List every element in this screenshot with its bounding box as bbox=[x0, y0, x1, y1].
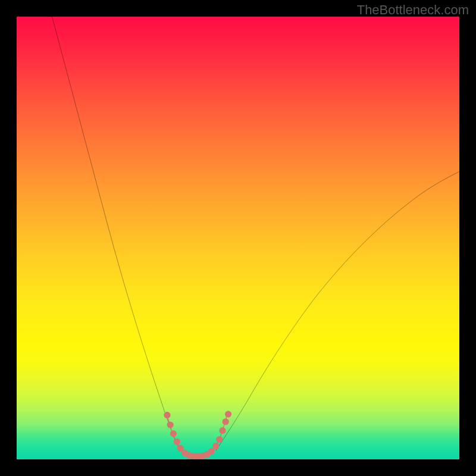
curve-trough-highlight bbox=[167, 415, 227, 456]
chart-svg bbox=[17, 17, 459, 459]
svg-point-2 bbox=[170, 430, 177, 437]
svg-point-15 bbox=[223, 418, 229, 425]
svg-point-13 bbox=[216, 436, 223, 443]
curve-right-branch bbox=[216, 171, 459, 450]
svg-point-1 bbox=[167, 421, 174, 428]
watermark-text: TheBottleneck.com bbox=[357, 2, 469, 18]
svg-point-14 bbox=[219, 427, 226, 434]
chart-container bbox=[17, 17, 459, 459]
svg-point-3 bbox=[174, 439, 180, 445]
svg-point-16 bbox=[225, 411, 231, 418]
svg-point-12 bbox=[212, 443, 219, 449]
svg-point-11 bbox=[208, 448, 215, 455]
svg-point-0 bbox=[164, 412, 170, 418]
curve-left-branch bbox=[52, 17, 181, 450]
